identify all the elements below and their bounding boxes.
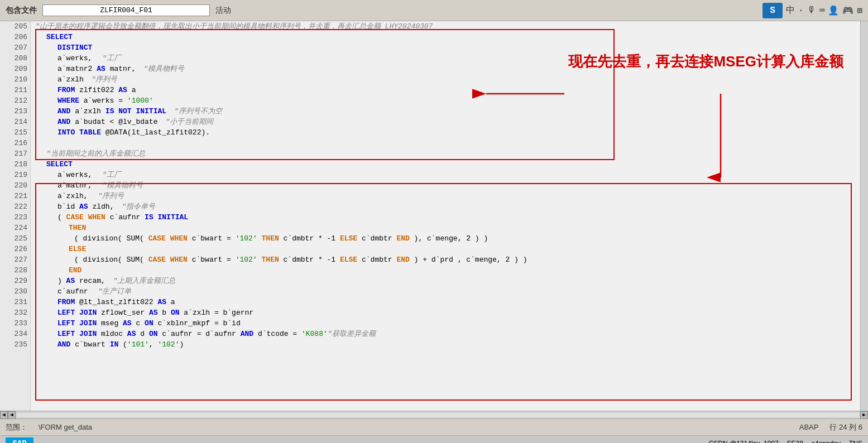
scroll-right-btn[interactable]: ▶ (860, 411, 868, 419)
horizontal-scrollbar[interactable]: ◀ ◀ ▶ (0, 411, 868, 418)
field-219: a`werks, (57, 171, 92, 179)
kw-case-223: CASE (66, 213, 84, 222)
code-line-221: a`zxlh, "序列号 (35, 191, 856, 201)
comment-208: "工厂 (102, 54, 121, 62)
title-label: 包含文件 (6, 6, 37, 16)
se38-label: SE38 (787, 440, 803, 444)
filename-display: ZLFIR004_F01 (42, 4, 210, 16)
code-line-217: "当前期间之前的入库金额汇总 (35, 148, 856, 159)
code-line-224: THEN (35, 223, 856, 233)
kw-initial-223: INITIAL (158, 213, 189, 222)
kw-is-223: IS (145, 213, 154, 222)
mic-icon[interactable]: 🎙 (807, 5, 816, 16)
game-icon[interactable]: 🎮 (842, 5, 853, 16)
csdn-label: CSDN @1314lay_1007 (709, 440, 779, 444)
user-icon[interactable]: 👤 (828, 5, 839, 16)
code-line-227: ( division( SUM( CASE WHEN c`bwart = '10… (35, 254, 856, 265)
sp-232 (75, 309, 79, 317)
kw-on-233: ON (145, 319, 154, 328)
scroll-left-btn[interactable]: ◀ (0, 411, 8, 419)
kw-on-234: ON (149, 330, 158, 338)
field-221: a`zxlh, (57, 192, 88, 200)
line-numbers: 205 206 207 208 209 210 211 212 213 214 … (0, 21, 31, 411)
scroll-right-btn-inner[interactable]: ◀ (8, 411, 16, 419)
sp-227 (166, 256, 170, 264)
line-num-224: 224 (3, 223, 27, 233)
line-num-210: 210 (3, 74, 27, 85)
comment-219: "工厂 (102, 171, 121, 179)
comment-222: "指令单号 (122, 203, 155, 211)
kw-from-211: FROM (57, 86, 75, 94)
kw-select-218: SELECT (46, 160, 73, 168)
scroll-track[interactable] (17, 413, 859, 417)
cond-235: c`bwart (70, 340, 109, 349)
grid-icon[interactable]: ⊞ (857, 5, 862, 16)
kw-end-227: END (396, 256, 409, 264)
line-num-217: 217 (3, 148, 27, 159)
kw-where-212: WHERE (57, 97, 79, 105)
alias-211: a (127, 86, 136, 94)
kw-when-223: WHEN (88, 213, 105, 222)
comment-210: "序列号 (92, 75, 118, 84)
sp2-227 (257, 256, 262, 264)
code-line-231: FROM @lt_last_zlfit022 AS a (35, 297, 856, 307)
code-line-206: SELECT (35, 32, 856, 42)
footer-bar: SAP CSDN @1314lay_1007 SE38 s4appdev TNS (0, 435, 868, 443)
sp2-225 (257, 234, 262, 243)
cond-234b: d`tcode = (253, 330, 301, 338)
kw-end-228: END (69, 266, 81, 275)
line-num-209: 209 (3, 64, 27, 74)
chinese-icon[interactable]: 中 (786, 4, 795, 16)
field-230: c`aufnr (57, 287, 88, 296)
main-area: 205 206 207 208 209 210 211 212 213 214 … (0, 21, 868, 411)
kw-when-225: WHEN (170, 234, 188, 243)
kw-then-224: THEN (69, 224, 86, 232)
kw-215b (75, 128, 79, 137)
cond-233: c`xblnr_mkpf = b`id (154, 319, 241, 328)
vertical-scrollbar[interactable] (860, 21, 868, 411)
str-225: '102' (236, 234, 257, 243)
cond-234a: c`aufnr = d`aufnr (157, 330, 240, 338)
kw-in-235: IN (110, 340, 119, 349)
alias-232: b (157, 309, 170, 317)
field-210: a`zxlh (57, 75, 84, 84)
line-num-226: 226 (3, 244, 27, 254)
line-num-222: 222 (3, 201, 27, 212)
line-num-213: 213 (3, 106, 27, 117)
keyboard-icon[interactable]: ⌨ (819, 5, 825, 16)
alias-229: recam, (75, 277, 105, 285)
alias-233: c (132, 319, 145, 328)
kw-as-222: AS (79, 203, 88, 211)
kw-as-233: AS (123, 319, 132, 328)
code-line-213: AND a`zxlh IS NOT INITIAL "序列号不为空 (35, 106, 856, 117)
sp-223 (84, 213, 88, 222)
kw-left-232: LEFT (57, 309, 75, 317)
line-num-223: 223 (3, 212, 27, 223)
vals-235: ( (118, 340, 127, 349)
expr2-227: c`dmbtr (357, 256, 396, 264)
str2-235: '102' (157, 340, 179, 349)
string-212: '1000' (127, 97, 154, 105)
kw-on-232: ON (171, 309, 180, 317)
kw-as-229: AS (66, 277, 75, 285)
sep-235: , (149, 340, 158, 349)
s4appdev-label: s4appdev (812, 440, 841, 444)
code-editor[interactable]: 现在先去重，再去连接MSEG计算入库金额 "山于原本的程序逻辑会导致金额翻倍，现… (31, 21, 860, 411)
comment-205: "山于原本的程序逻辑会导致金额翻倍，现先取出小于当前期间的模具物料和序列号，并去… (35, 22, 433, 31)
table-234: mldoc (97, 330, 127, 338)
line-num-228: 228 (3, 265, 27, 276)
paren-223: ( (57, 213, 66, 222)
kw-select-206: SELECT (46, 33, 73, 41)
table-231: @lt_last_zlfit022 (75, 298, 157, 306)
kw-else-226: ELSE (69, 245, 86, 253)
code-line-229: ) AS recam, "上期入库金额汇总 (35, 276, 856, 286)
cond-214: a`budat < @lv_bdate (70, 118, 157, 126)
line-num-218: 218 (3, 159, 27, 170)
code-line-234: LEFT JOIN mldoc AS d ON c`aufnr = d`aufn… (35, 329, 856, 339)
line-num-232: 232 (3, 307, 27, 318)
code-line-230: c`aufnr "生产订单 (35, 286, 856, 297)
kw-as-232: AS (149, 309, 158, 317)
str-227: '102' (236, 256, 257, 264)
code-line-232: LEFT JOIN zflowt_ser AS b ON a`zxlh = b`… (35, 307, 856, 318)
code-line-212: WHERE a`werks = '1000' (35, 95, 856, 106)
